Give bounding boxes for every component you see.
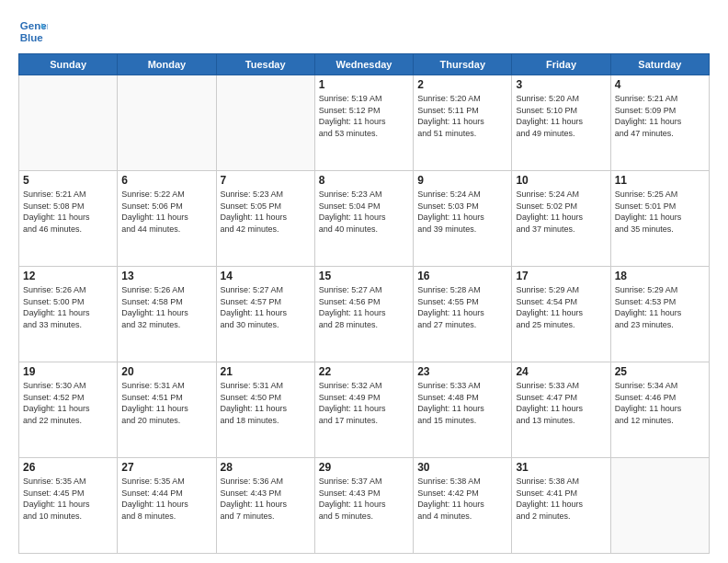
calendar-cell: 29Sunrise: 5:37 AM Sunset: 4:43 PM Dayli…: [314, 458, 413, 554]
calendar-cell: 21Sunrise: 5:31 AM Sunset: 4:50 PM Dayli…: [216, 362, 314, 458]
day-number: 19: [23, 365, 113, 378]
day-number: 7: [221, 174, 311, 187]
calendar-header-tuesday: Tuesday: [216, 54, 314, 75]
day-info: Sunrise: 5:38 AM Sunset: 4:41 PM Dayligh…: [516, 476, 606, 522]
calendar-header-friday: Friday: [512, 54, 610, 75]
calendar-cell: 17Sunrise: 5:29 AM Sunset: 4:54 PM Dayli…: [512, 267, 610, 362]
calendar-cell: 7Sunrise: 5:23 AM Sunset: 5:05 PM Daylig…: [216, 171, 314, 267]
day-number: 15: [319, 270, 409, 282]
day-info: Sunrise: 5:21 AM Sunset: 5:09 PM Dayligh…: [615, 93, 705, 139]
day-info: Sunrise: 5:22 AM Sunset: 5:06 PM Dayligh…: [121, 189, 211, 235]
calendar-cell: 26Sunrise: 5:35 AM Sunset: 4:45 PM Dayli…: [19, 458, 118, 554]
day-info: Sunrise: 5:35 AM Sunset: 4:45 PM Dayligh…: [23, 476, 113, 522]
day-info: Sunrise: 5:37 AM Sunset: 4:43 PM Dayligh…: [319, 476, 409, 522]
calendar-cell: 20Sunrise: 5:31 AM Sunset: 4:51 PM Dayli…: [118, 362, 216, 458]
calendar-cell: 2Sunrise: 5:20 AM Sunset: 5:11 PM Daylig…: [414, 75, 512, 171]
day-number: 30: [417, 461, 507, 474]
day-info: Sunrise: 5:25 AM Sunset: 5:01 PM Dayligh…: [615, 189, 705, 235]
day-info: Sunrise: 5:20 AM Sunset: 5:11 PM Dayligh…: [417, 93, 507, 139]
day-number: 27: [121, 461, 211, 474]
day-info: Sunrise: 5:20 AM Sunset: 5:10 PM Dayligh…: [516, 93, 606, 139]
day-info: Sunrise: 5:23 AM Sunset: 5:05 PM Dayligh…: [221, 189, 311, 235]
calendar-cell: [19, 75, 118, 171]
day-info: Sunrise: 5:31 AM Sunset: 4:50 PM Dayligh…: [221, 380, 311, 426]
calendar-cell: 19Sunrise: 5:30 AM Sunset: 4:52 PM Dayli…: [19, 362, 118, 458]
calendar-cell: [118, 75, 216, 171]
day-info: Sunrise: 5:26 AM Sunset: 4:58 PM Dayligh…: [121, 284, 211, 330]
day-number: 2: [417, 78, 507, 91]
day-info: Sunrise: 5:29 AM Sunset: 4:54 PM Dayligh…: [516, 284, 606, 330]
day-number: 6: [121, 174, 211, 187]
calendar-cell: 23Sunrise: 5:33 AM Sunset: 4:48 PM Dayli…: [414, 362, 512, 458]
calendar-cell: 15Sunrise: 5:27 AM Sunset: 4:56 PM Dayli…: [314, 267, 413, 362]
page: General Blue SundayMondayTuesdayWednesda…: [0, 0, 728, 563]
day-number: 17: [516, 270, 606, 282]
day-info: Sunrise: 5:34 AM Sunset: 4:46 PM Dayligh…: [615, 380, 705, 426]
calendar-cell: 4Sunrise: 5:21 AM Sunset: 5:09 PM Daylig…: [610, 75, 709, 171]
week-row-3: 12Sunrise: 5:26 AM Sunset: 5:00 PM Dayli…: [19, 267, 710, 362]
calendar-cell: 6Sunrise: 5:22 AM Sunset: 5:06 PM Daylig…: [118, 171, 216, 267]
header: General Blue: [18, 17, 710, 46]
calendar-header-row: SundayMondayTuesdayWednesdayThursdayFrid…: [19, 54, 710, 75]
calendar-cell: 3Sunrise: 5:20 AM Sunset: 5:10 PM Daylig…: [512, 75, 610, 171]
day-info: Sunrise: 5:26 AM Sunset: 5:00 PM Dayligh…: [23, 284, 113, 330]
day-info: Sunrise: 5:36 AM Sunset: 4:43 PM Dayligh…: [221, 476, 311, 522]
day-info: Sunrise: 5:21 AM Sunset: 5:08 PM Dayligh…: [23, 189, 113, 235]
day-number: 26: [23, 461, 113, 474]
day-info: Sunrise: 5:30 AM Sunset: 4:52 PM Dayligh…: [23, 380, 113, 426]
day-number: 1: [319, 78, 409, 91]
calendar-cell: 25Sunrise: 5:34 AM Sunset: 4:46 PM Dayli…: [610, 362, 709, 458]
day-number: 20: [121, 365, 211, 378]
calendar-header-sunday: Sunday: [19, 54, 118, 75]
day-number: 31: [516, 461, 606, 474]
day-number: 4: [615, 78, 705, 91]
day-number: 25: [615, 365, 705, 378]
calendar-cell: 13Sunrise: 5:26 AM Sunset: 4:58 PM Dayli…: [118, 267, 216, 362]
day-number: 3: [516, 78, 606, 91]
calendar-cell: 24Sunrise: 5:33 AM Sunset: 4:47 PM Dayli…: [512, 362, 610, 458]
day-number: 9: [417, 174, 507, 187]
day-number: 13: [121, 270, 211, 282]
day-number: 18: [615, 270, 705, 282]
calendar-cell: 5Sunrise: 5:21 AM Sunset: 5:08 PM Daylig…: [19, 171, 118, 267]
calendar-cell: 16Sunrise: 5:28 AM Sunset: 4:55 PM Dayli…: [414, 267, 512, 362]
calendar-header-wednesday: Wednesday: [314, 54, 413, 75]
day-number: 22: [319, 365, 409, 378]
day-number: 12: [23, 270, 113, 282]
calendar-cell: 10Sunrise: 5:24 AM Sunset: 5:02 PM Dayli…: [512, 171, 610, 267]
week-row-4: 19Sunrise: 5:30 AM Sunset: 4:52 PM Dayli…: [19, 362, 710, 458]
day-info: Sunrise: 5:24 AM Sunset: 5:03 PM Dayligh…: [417, 189, 507, 235]
day-number: 5: [23, 174, 113, 187]
calendar-cell: 30Sunrise: 5:38 AM Sunset: 4:42 PM Dayli…: [414, 458, 512, 554]
calendar-cell: [610, 458, 709, 554]
calendar-cell: 12Sunrise: 5:26 AM Sunset: 5:00 PM Dayli…: [19, 267, 118, 362]
day-info: Sunrise: 5:32 AM Sunset: 4:49 PM Dayligh…: [319, 380, 409, 426]
calendar-cell: 1Sunrise: 5:19 AM Sunset: 5:12 PM Daylig…: [314, 75, 413, 171]
day-info: Sunrise: 5:33 AM Sunset: 4:48 PM Dayligh…: [417, 380, 507, 426]
calendar-cell: [216, 75, 314, 171]
calendar-header-monday: Monday: [118, 54, 216, 75]
calendar-cell: 14Sunrise: 5:27 AM Sunset: 4:57 PM Dayli…: [216, 267, 314, 362]
day-number: 23: [417, 365, 507, 378]
calendar-cell: 9Sunrise: 5:24 AM Sunset: 5:03 PM Daylig…: [414, 171, 512, 267]
week-row-5: 26Sunrise: 5:35 AM Sunset: 4:45 PM Dayli…: [19, 458, 710, 554]
svg-text:Blue: Blue: [20, 32, 44, 43]
day-info: Sunrise: 5:35 AM Sunset: 4:44 PM Dayligh…: [121, 476, 211, 522]
day-number: 16: [417, 270, 507, 282]
day-info: Sunrise: 5:38 AM Sunset: 4:42 PM Dayligh…: [417, 476, 507, 522]
day-info: Sunrise: 5:23 AM Sunset: 5:04 PM Dayligh…: [319, 189, 409, 235]
day-info: Sunrise: 5:24 AM Sunset: 5:02 PM Dayligh…: [516, 189, 606, 235]
day-number: 14: [221, 270, 311, 282]
week-row-1: 1Sunrise: 5:19 AM Sunset: 5:12 PM Daylig…: [19, 75, 710, 171]
day-number: 21: [221, 365, 311, 378]
day-info: Sunrise: 5:28 AM Sunset: 4:55 PM Dayligh…: [417, 284, 507, 330]
logo-icon: General Blue: [18, 17, 48, 46]
calendar-cell: 27Sunrise: 5:35 AM Sunset: 4:44 PM Dayli…: [118, 458, 216, 554]
day-info: Sunrise: 5:27 AM Sunset: 4:57 PM Dayligh…: [221, 284, 311, 330]
day-info: Sunrise: 5:33 AM Sunset: 4:47 PM Dayligh…: [516, 380, 606, 426]
calendar-header-thursday: Thursday: [414, 54, 512, 75]
day-number: 11: [615, 174, 705, 187]
week-row-2: 5Sunrise: 5:21 AM Sunset: 5:08 PM Daylig…: [19, 171, 710, 267]
day-info: Sunrise: 5:31 AM Sunset: 4:51 PM Dayligh…: [121, 380, 211, 426]
day-number: 8: [319, 174, 409, 187]
